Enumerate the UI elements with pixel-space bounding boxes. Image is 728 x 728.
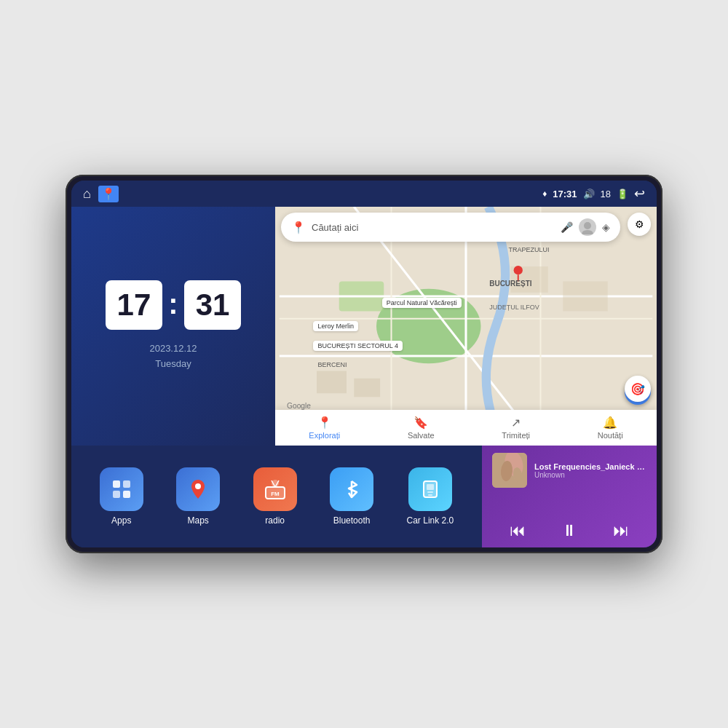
device-screen: ⌂ 📍 ♦ 17:31 🔊 18 🔋 ↩ 17 : 31: [71, 181, 657, 547]
map-avatar[interactable]: [579, 218, 596, 236]
music-album-art: [492, 453, 527, 488]
map-settings-icon: ⚙: [635, 218, 644, 230]
svg-rect-31: [427, 484, 434, 490]
svg-text:FM: FM: [271, 491, 280, 497]
map-search-text[interactable]: Căutați aici: [312, 222, 555, 233]
bluetooth-icon-circle: [330, 467, 373, 511]
day-value: Tuesday: [149, 357, 197, 372]
map-search-bar[interactable]: 📍 Căutați aici 🎤 ◈: [281, 213, 620, 242]
map-nav-share[interactable]: ↗ Trimiteți: [502, 416, 530, 440]
map-settings-button[interactable]: ⚙: [628, 213, 651, 236]
main-content: 17 : 31 2023.12.12 Tuesday: [71, 207, 657, 547]
map-mic-icon[interactable]: 🎤: [561, 221, 573, 233]
map-label-vacaresti: Parcul Natural Văcărești: [382, 298, 462, 308]
clock-hour: 17: [106, 280, 163, 330]
radio-label: radio: [265, 515, 285, 526]
back-icon[interactable]: ↩: [634, 186, 645, 202]
svg-rect-11: [354, 379, 380, 397]
map-layers-icon[interactable]: ◈: [602, 221, 610, 233]
map-label-trapezului: TRAPEZULUI: [504, 245, 553, 255]
carlink-icon-circle: [408, 467, 452, 511]
map-nav-explore[interactable]: 📍 Explorați: [309, 416, 340, 440]
status-bar: ⌂ 📍 ♦ 17:31 🔊 18 🔋 ↩: [71, 181, 657, 207]
explore-label: Explorați: [309, 431, 340, 440]
app-apps[interactable]: Apps: [100, 467, 143, 526]
share-label: Trimiteți: [502, 431, 530, 440]
bluetooth-label: Bluetooth: [333, 515, 371, 526]
volume-level: 18: [601, 189, 611, 199]
music-title: Lost Frequencies_Janieck Devy-...: [534, 462, 646, 471]
map-label-berceni: BERCENI: [313, 360, 351, 370]
map-bottom-bar: 📍 Explorați 🔖 Salvate ↗ Trimiteți 🔔: [275, 410, 657, 446]
next-button[interactable]: ⏭: [613, 521, 629, 540]
svg-rect-19: [123, 480, 130, 488]
app-carlink[interactable]: Car Link 2.0: [407, 467, 454, 526]
radio-icon-circle: FM: [253, 467, 297, 511]
svg-rect-13: [563, 282, 608, 312]
battery-icon: 🔋: [617, 189, 628, 199]
apps-icon-circle: [100, 467, 143, 511]
home-icon[interactable]: ⌂: [83, 186, 91, 202]
status-right-icons: ♦ 17:31 🔊 18 🔋 ↩: [542, 186, 645, 202]
app-maps[interactable]: Maps: [176, 467, 220, 526]
music-panel: Lost Frequencies_Janieck Devy-... Unknow…: [482, 446, 657, 547]
svg-rect-20: [113, 491, 120, 498]
clock-separator: :: [168, 288, 178, 320]
svg-point-22: [195, 483, 201, 489]
map-nav-saved[interactable]: 🔖 Salvate: [408, 416, 435, 440]
music-info: Lost Frequencies_Janieck Devy-... Unknow…: [492, 453, 646, 488]
status-left-icons: ⌂ 📍: [83, 186, 119, 202]
svg-text:Google: Google: [287, 402, 311, 410]
map-label-sector4: BUCUREȘTI SECTORUL 4: [313, 341, 403, 351]
saved-icon: 🔖: [414, 416, 428, 430]
svg-rect-21: [123, 491, 130, 498]
explore-icon: 📍: [317, 416, 332, 430]
top-section: 17 : 31 2023.12.12 Tuesday: [71, 207, 657, 446]
volume-icon: 🔊: [583, 189, 595, 199]
share-icon: ↗: [511, 416, 521, 430]
prev-button[interactable]: ⏮: [510, 521, 526, 540]
car-head-unit: ⌂ 📍 ♦ 17:31 🔊 18 🔋 ↩ 17 : 31: [66, 175, 662, 553]
locate-button[interactable]: 🎯: [625, 376, 651, 402]
map-pin-icon: 📍: [291, 221, 306, 234]
carlink-label: Car Link 2.0: [407, 515, 454, 526]
signal-icon: ♦: [542, 189, 547, 199]
saved-label: Salvate: [408, 431, 435, 440]
maps-label: Maps: [188, 515, 209, 526]
map-panel[interactable]: Google 📍 Căutați aici 🎤 ◈: [275, 207, 657, 446]
play-pause-button[interactable]: ⏸: [561, 521, 577, 540]
music-artist: Unknown: [534, 471, 646, 479]
clock-minute: 31: [184, 280, 242, 330]
music-album-image: [492, 453, 527, 488]
svg-point-14: [514, 266, 523, 274]
date-value: 2023.12.12: [149, 341, 197, 357]
map-label-bucharest: BUCUREȘTI: [485, 278, 536, 289]
maps-icon[interactable]: 📍: [98, 186, 119, 202]
time-display: 17:31: [553, 189, 577, 199]
svg-rect-32: [427, 491, 433, 493]
music-controls: ⏮ ⏸ ⏭: [492, 521, 646, 540]
bottom-section: Apps Maps: [71, 446, 657, 547]
svg-rect-33: [428, 494, 432, 496]
apps-label: Apps: [111, 515, 131, 526]
news-icon: 🔔: [603, 416, 617, 430]
app-radio[interactable]: FM radio: [253, 467, 297, 526]
clock-panel: 17 : 31 2023.12.12 Tuesday: [71, 207, 275, 446]
map-label-ilfov: JUDEȚUL ILFOV: [485, 302, 544, 312]
svg-rect-18: [113, 480, 120, 488]
app-bluetooth[interactable]: Bluetooth: [330, 467, 373, 526]
map-nav-news[interactable]: 🔔 Noutăți: [598, 416, 623, 440]
maps-icon-circle: [176, 467, 220, 511]
apps-panel: Apps Maps: [71, 446, 482, 547]
svg-rect-10: [317, 371, 347, 394]
music-text: Lost Frequencies_Janieck Devy-... Unknow…: [534, 462, 646, 479]
clock-display: 17 : 31: [106, 280, 242, 330]
news-label: Noutăți: [598, 431, 623, 440]
date-display: 2023.12.12 Tuesday: [149, 341, 197, 372]
svg-point-17: [584, 222, 591, 229]
map-label-leroy: Leroy Merlin: [313, 321, 358, 331]
